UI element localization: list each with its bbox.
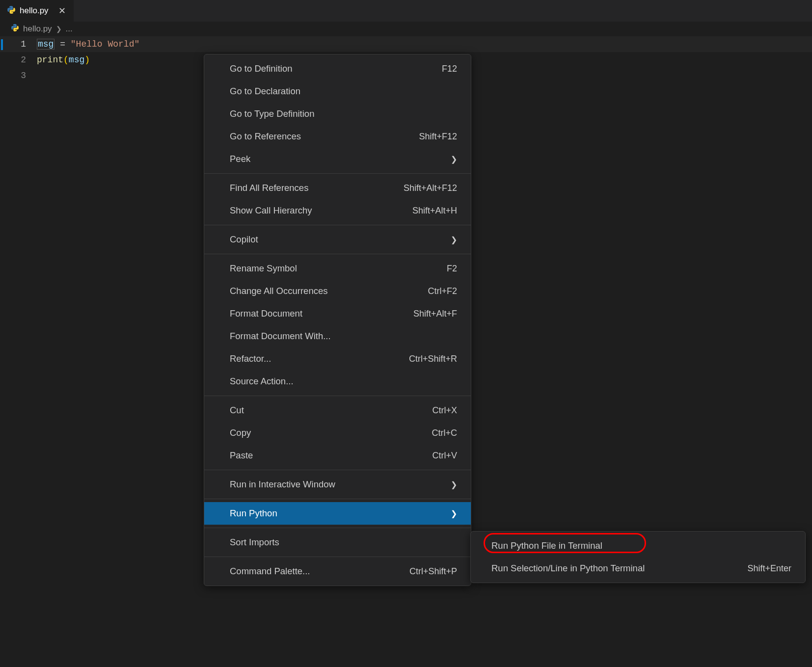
menu-label: Go to Definition bbox=[230, 63, 293, 74]
menu-rename-symbol[interactable]: Rename Symbol F2 bbox=[204, 257, 471, 280]
menu-separator bbox=[204, 225, 471, 225]
python-icon bbox=[7, 5, 16, 17]
menu-label: Go to Declaration bbox=[230, 86, 300, 97]
menu-label: Run Python bbox=[230, 508, 277, 519]
menu-label: Change All Occurrences bbox=[230, 286, 328, 296]
menu-label: Peek bbox=[230, 154, 250, 164]
menu-shortcut: Shift+Enter bbox=[747, 563, 791, 574]
chevron-right-icon: ❯ bbox=[451, 480, 457, 489]
menu-refactor[interactable]: Refactor... Ctrl+Shift+R bbox=[204, 347, 471, 370]
menu-label: Paste bbox=[230, 450, 253, 461]
chevron-right-icon: ❯ bbox=[56, 25, 62, 33]
menu-separator bbox=[204, 173, 471, 174]
menu-peek[interactable]: Peek ❯ bbox=[204, 148, 471, 170]
menu-sort-imports[interactable]: Sort Imports bbox=[204, 531, 471, 554]
menu-label: Rename Symbol bbox=[230, 263, 297, 274]
context-menu: Go to Definition F12 Go to Declaration G… bbox=[204, 54, 471, 586]
menu-copy[interactable]: Copy Ctrl+C bbox=[204, 422, 471, 444]
menu-shortcut: Ctrl+Shift+P bbox=[409, 566, 457, 577]
menu-source-action[interactable]: Source Action... bbox=[204, 370, 471, 393]
menu-go-to-references[interactable]: Go to References Shift+F12 bbox=[204, 125, 471, 148]
menu-shortcut: Shift+Alt+F bbox=[413, 309, 457, 319]
menu-shortcut: F2 bbox=[447, 264, 457, 274]
menu-label: Format Document bbox=[230, 308, 302, 319]
menu-separator bbox=[204, 254, 471, 254]
code-line[interactable]: msg = "Hello World" bbox=[37, 36, 812, 52]
menu-shortcut: Shift+Alt+H bbox=[412, 206, 457, 216]
menu-run-python[interactable]: Run Python ❯ bbox=[204, 502, 471, 525]
menu-label: Refactor... bbox=[230, 353, 271, 364]
line-number: 3 bbox=[0, 68, 26, 83]
menu-change-all-occurrences[interactable]: Change All Occurrences Ctrl+F2 bbox=[204, 280, 471, 302]
chevron-right-icon: ❯ bbox=[451, 235, 457, 244]
menu-shortcut: Shift+Alt+F12 bbox=[404, 183, 457, 193]
menu-label: Run Python File in Terminal bbox=[491, 540, 602, 551]
menu-label: Cut bbox=[230, 405, 244, 416]
menu-label: Find All References bbox=[230, 183, 308, 193]
menu-label: Sort Imports bbox=[230, 537, 279, 548]
menu-shortcut: Ctrl+X bbox=[432, 405, 457, 416]
menu-go-to-definition[interactable]: Go to Definition F12 bbox=[204, 57, 471, 80]
menu-show-call-hierarchy[interactable]: Show Call Hierarchy Shift+Alt+H bbox=[204, 199, 471, 222]
menu-label: Go to References bbox=[230, 131, 301, 142]
menu-separator bbox=[204, 557, 471, 557]
menu-shortcut: Ctrl+C bbox=[432, 428, 457, 438]
tab-filename: hello.py bbox=[20, 6, 49, 16]
menu-copilot[interactable]: Copilot ❯ bbox=[204, 228, 471, 251]
menu-label: Copy bbox=[230, 427, 251, 438]
menu-separator bbox=[204, 499, 471, 499]
menu-format-document-with[interactable]: Format Document With... bbox=[204, 325, 471, 347]
submenu-run-file-terminal[interactable]: Run Python File in Terminal bbox=[471, 534, 805, 557]
submenu-run-python: Run Python File in Terminal Run Selectio… bbox=[470, 531, 806, 583]
menu-separator bbox=[204, 396, 471, 396]
menu-format-document[interactable]: Format Document Shift+Alt+F bbox=[204, 302, 471, 325]
menu-label: Source Action... bbox=[230, 376, 294, 387]
menu-shortcut: Ctrl+F2 bbox=[428, 286, 457, 296]
menu-paste[interactable]: Paste Ctrl+V bbox=[204, 444, 471, 467]
gutter: 1 2 3 bbox=[0, 36, 37, 83]
menu-label: Format Document With... bbox=[230, 331, 331, 342]
breadcrumb-file[interactable]: hello.py bbox=[23, 24, 52, 34]
editor-tab[interactable]: hello.py ✕ bbox=[0, 0, 74, 22]
chevron-right-icon: ❯ bbox=[451, 509, 457, 518]
menu-run-interactive-window[interactable]: Run in Interactive Window ❯ bbox=[204, 473, 471, 496]
tab-bar: hello.py ✕ bbox=[0, 0, 812, 22]
menu-label: Go to Type Definition bbox=[230, 108, 314, 119]
menu-label: Command Palette... bbox=[230, 566, 310, 577]
menu-find-all-references[interactable]: Find All References Shift+Alt+F12 bbox=[204, 177, 471, 199]
chevron-right-icon: ❯ bbox=[451, 155, 457, 164]
menu-command-palette[interactable]: Command Palette... Ctrl+Shift+P bbox=[204, 560, 471, 583]
submenu-run-selection-terminal[interactable]: Run Selection/Line in Python Terminal Sh… bbox=[471, 557, 805, 580]
line-number: 1 bbox=[0, 36, 26, 52]
menu-cut[interactable]: Cut Ctrl+X bbox=[204, 399, 471, 422]
close-icon[interactable]: ✕ bbox=[56, 4, 68, 17]
menu-separator bbox=[204, 470, 471, 470]
menu-label: Run in Interactive Window bbox=[230, 479, 335, 490]
python-icon bbox=[11, 24, 19, 34]
line-number: 2 bbox=[0, 52, 26, 68]
menu-separator bbox=[204, 528, 471, 528]
menu-shortcut: Ctrl+Shift+R bbox=[409, 354, 457, 364]
menu-shortcut: Ctrl+V bbox=[432, 451, 457, 461]
breadcrumb: hello.py ❯ ... bbox=[0, 22, 812, 36]
menu-shortcut: F12 bbox=[442, 64, 457, 74]
menu-go-to-declaration[interactable]: Go to Declaration bbox=[204, 80, 471, 103]
menu-label: Show Call Hierarchy bbox=[230, 205, 312, 216]
menu-shortcut: Shift+F12 bbox=[419, 132, 457, 142]
breadcrumb-rest[interactable]: ... bbox=[66, 24, 73, 34]
menu-go-to-type-definition[interactable]: Go to Type Definition bbox=[204, 103, 471, 125]
menu-label: Run Selection/Line in Python Terminal bbox=[491, 563, 645, 574]
menu-label: Copilot bbox=[230, 234, 258, 245]
